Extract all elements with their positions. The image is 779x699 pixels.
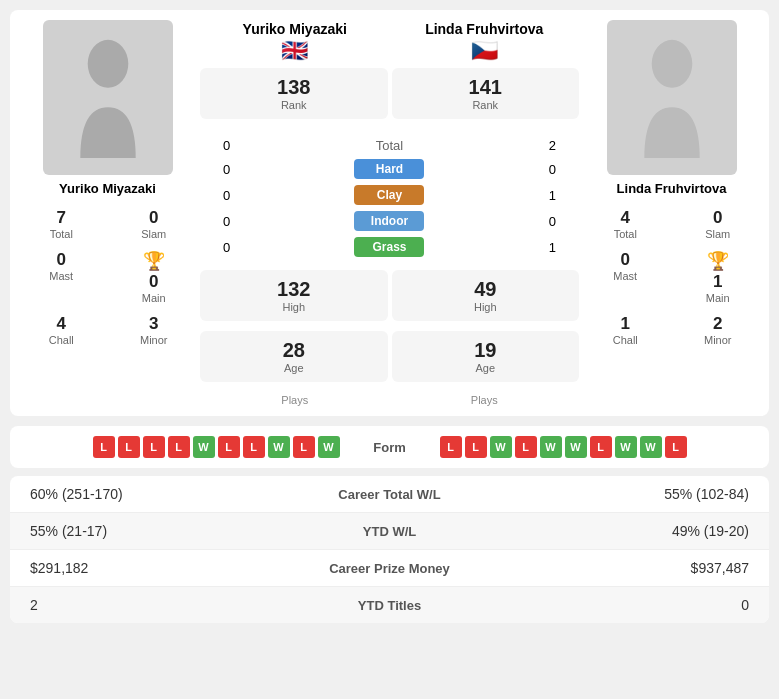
form-badge-p1: L: [218, 436, 240, 458]
player2-form-badges: LLWLWWLWWL: [440, 436, 755, 458]
p2-high-box2: 49 High: [392, 270, 580, 321]
hard-row: 0 Hard 0: [200, 156, 579, 182]
player2-minor-label: Minor: [704, 334, 732, 346]
player2-main-label: Main: [706, 292, 730, 304]
form-badge-p2: L: [515, 436, 537, 458]
p2-name-top: Linda Fruhvirtova: [390, 20, 580, 38]
player1-slam-label: Slam: [141, 228, 166, 240]
player1-main-value: 0: [149, 272, 158, 292]
p1-plays2: Plays: [200, 394, 390, 406]
player2-slam-value: 0: [713, 208, 722, 228]
player1-total-label: Total: [50, 228, 73, 240]
stats-left-2: $291,182: [30, 560, 290, 576]
grass-badge2: Grass: [354, 237, 424, 257]
stats-row: $291,182 Career Prize Money $937,487: [10, 550, 769, 587]
form-badge-p1: L: [168, 436, 190, 458]
player2-trophy-icon: 🏆: [707, 250, 729, 272]
form-badge-p1: W: [268, 436, 290, 458]
indoor-badge2: Indoor: [354, 211, 424, 231]
stats-label-1: YTD W/L: [290, 524, 490, 539]
player1-trophy-main-cell: 🏆 0 Main: [113, 246, 196, 308]
player-right: Linda Fruhvirtova 4 Total 0 Slam 0 Mast …: [584, 20, 759, 406]
p1-rank-box: 138 Rank: [200, 68, 388, 119]
svg-point-0: [87, 39, 128, 87]
svg-point-1: [651, 39, 692, 87]
player2-chall-label: Chall: [613, 334, 638, 346]
player1-slam-cell: 0 Slam: [113, 204, 196, 244]
stats-row: 55% (21-17) YTD W/L 49% (19-20): [10, 513, 769, 550]
p2-flag-top: 🇨🇿: [390, 38, 580, 64]
p1-high-box2: 132 High: [200, 270, 388, 321]
player2-minor-value: 2: [713, 314, 722, 334]
player1-chall-cell: 4 Chall: [20, 310, 103, 350]
player1-main-label: Main: [142, 292, 166, 304]
p2-plays2: Plays: [390, 394, 580, 406]
comparison-section: Yuriko Miyazaki 7 Total 0 Slam 0 Mast 🏆 …: [10, 10, 769, 416]
form-badge-p1: W: [318, 436, 340, 458]
player2-slam-cell: 0 Slam: [677, 204, 760, 244]
form-badge-p2: W: [540, 436, 562, 458]
player2-total-label: Total: [614, 228, 637, 240]
player1-mast-value: 0: [57, 250, 66, 270]
player1-slam-value: 0: [149, 208, 158, 228]
player2-trophy-main-cell: 🏆 1 Main: [677, 246, 760, 308]
center-section: Yuriko Miyazaki 🇬🇧 Linda Fruhvirtova 🇨🇿 …: [195, 20, 584, 406]
stats-label-2: Career Prize Money: [290, 561, 490, 576]
total-row: 0 Total 2: [200, 135, 579, 156]
surface-table-center: 0 Total 2 0 Hard 0 0 Clay 1 0 Indoor 0 0: [200, 135, 579, 260]
hard-badge2: Hard: [354, 159, 424, 179]
player1-minor-label: Minor: [140, 334, 168, 346]
stats-label-0: Career Total W/L: [290, 487, 490, 502]
player2-main-value: 1: [713, 272, 722, 292]
player2-chall-value: 1: [621, 314, 630, 334]
p1-flag-top: 🇬🇧: [200, 38, 390, 64]
form-badge-p2: W: [565, 436, 587, 458]
player1-minor-cell: 3 Minor: [113, 310, 196, 350]
player1-avatar: [43, 20, 173, 175]
stats-right-0: 55% (102-84): [490, 486, 750, 502]
p2-age-box2: 19 Age: [392, 331, 580, 382]
form-badge-p2: W: [615, 436, 637, 458]
player2-mast-cell: 0 Mast: [584, 246, 667, 308]
p2-rank-box: 141 Rank: [392, 68, 580, 119]
player2-stats-grid: 4 Total 0 Slam 0 Mast 🏆 1 Main 1: [584, 204, 759, 350]
form-badge-p2: L: [465, 436, 487, 458]
stats-left-1: 55% (21-17): [30, 523, 290, 539]
main-container: Yuriko Miyazaki 7 Total 0 Slam 0 Mast 🏆 …: [0, 0, 779, 633]
form-badge-p1: W: [193, 436, 215, 458]
form-badge-p1: L: [93, 436, 115, 458]
form-label: Form: [340, 440, 440, 455]
player1-total-value: 7: [57, 208, 66, 228]
player1-stats-grid: 7 Total 0 Slam 0 Mast 🏆 0 Main 4: [20, 204, 195, 350]
form-badge-p1: L: [293, 436, 315, 458]
stats-right-3: 0: [490, 597, 750, 613]
player1-minor-value: 3: [149, 314, 158, 334]
stats-row: 2 YTD Titles 0: [10, 587, 769, 623]
form-badge-p1: L: [118, 436, 140, 458]
player1-chall-value: 4: [57, 314, 66, 334]
player1-chall-label: Chall: [49, 334, 74, 346]
form-row: LLLLWLLWLW Form LLWLWWLWWL: [25, 436, 754, 458]
form-badge-p2: L: [665, 436, 687, 458]
stats-left-0: 60% (251-170): [30, 486, 290, 502]
player2-total-value: 4: [621, 208, 630, 228]
player2-mast-value: 0: [621, 250, 630, 270]
p1-age-box2: 28 Age: [200, 331, 388, 382]
player2-avatar: [607, 20, 737, 175]
form-badge-p1: L: [143, 436, 165, 458]
stats-right-1: 49% (19-20): [490, 523, 750, 539]
form-badge-p2: W: [640, 436, 662, 458]
player1-total-cell: 7 Total: [20, 204, 103, 244]
player1-form-badges: LLLLWLLWLW: [25, 436, 340, 458]
stats-right-2: $937,487: [490, 560, 750, 576]
player2-minor-cell: 2 Minor: [677, 310, 760, 350]
form-badge-p2: L: [440, 436, 462, 458]
clay-badge2: Clay: [354, 185, 424, 205]
form-badge-p1: L: [243, 436, 265, 458]
player1-name: Yuriko Miyazaki: [59, 181, 156, 196]
player2-slam-label: Slam: [705, 228, 730, 240]
player2-name: Linda Fruhvirtova: [617, 181, 727, 196]
player1-mast-cell: 0 Mast: [20, 246, 103, 308]
stats-label-3: YTD Titles: [290, 598, 490, 613]
p1-name-top: Yuriko Miyazaki: [200, 20, 390, 38]
